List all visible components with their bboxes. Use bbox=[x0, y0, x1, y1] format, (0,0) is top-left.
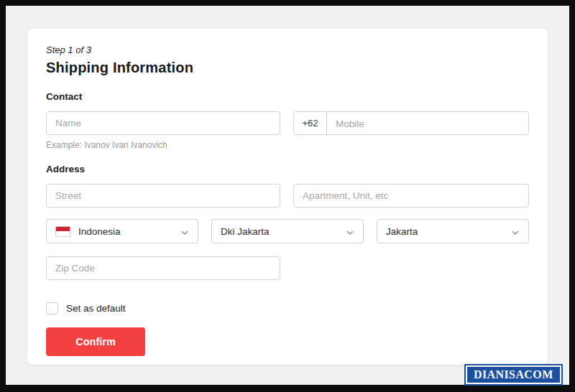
name-example-helper: Example: Ivanov Ivan Ivanovich bbox=[46, 140, 529, 150]
chevron-down-icon bbox=[180, 227, 189, 235]
mobile-input[interactable] bbox=[327, 112, 528, 135]
country-select[interactable]: Indonesia bbox=[46, 219, 198, 243]
indonesia-flag-icon bbox=[55, 226, 70, 237]
province-select[interactable]: Dki Jakarta bbox=[211, 219, 364, 243]
street-input[interactable] bbox=[46, 184, 280, 207]
street-row bbox=[46, 184, 529, 207]
set-default-checkbox[interactable] bbox=[46, 302, 58, 314]
phone-country-code: +62 bbox=[294, 112, 327, 134]
name-input[interactable] bbox=[46, 111, 280, 135]
apartment-field-wrap bbox=[293, 184, 529, 207]
address-section-label: Address bbox=[46, 164, 529, 174]
phone-input-group[interactable]: +62 bbox=[293, 111, 529, 135]
page-title: Shipping Information bbox=[46, 60, 529, 76]
confirm-button[interactable]: Confirm bbox=[46, 327, 145, 356]
region-row: Indonesia Dki Jakarta Jakarta bbox=[46, 219, 529, 243]
set-default-label: Set as default bbox=[66, 303, 126, 314]
city-select-value: Jakarta bbox=[386, 226, 511, 237]
province-select-value: Dki Jakarta bbox=[221, 226, 346, 237]
contact-section-label: Contact bbox=[46, 91, 529, 102]
step-indicator: Step 1 of 3 bbox=[46, 45, 529, 55]
page-background: Step 1 of 3 Shipping Information Contact… bbox=[6, 6, 569, 385]
chevron-down-icon bbox=[511, 227, 520, 235]
shipping-form-card: Step 1 of 3 Shipping Information Contact… bbox=[27, 29, 548, 365]
zip-code-input[interactable] bbox=[46, 256, 280, 280]
city-select[interactable]: Jakarta bbox=[377, 219, 529, 243]
set-default-row[interactable]: Set as default bbox=[46, 302, 529, 314]
name-field-wrap bbox=[46, 111, 280, 135]
street-field-wrap bbox=[46, 184, 280, 207]
zip-row bbox=[46, 256, 529, 280]
chevron-down-icon bbox=[346, 227, 354, 235]
apartment-input[interactable] bbox=[293, 184, 529, 207]
country-select-value: Indonesia bbox=[78, 226, 180, 237]
watermark-badge: DIANISACOM bbox=[466, 365, 561, 384]
contact-row: +62 bbox=[46, 111, 529, 135]
zip-field-wrap bbox=[46, 256, 280, 280]
